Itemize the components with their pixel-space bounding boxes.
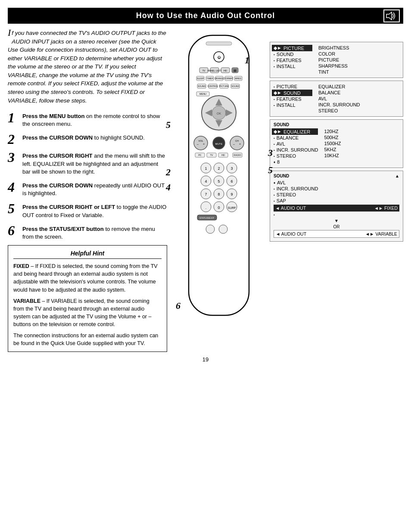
hint-connection: The connection instructions for an exter… <box>13 332 162 347</box>
menu1-item-sound: • SOUND <box>274 51 312 57</box>
step-4-number: 4 <box>8 180 19 194</box>
step-5: 5 Press the CURSOR RIGHT or LEFT to togg… <box>8 202 167 219</box>
svg-point-84 <box>206 225 215 233</box>
menu1-item-install: • INSTALL <box>274 63 312 69</box>
steps-container: 1 Press the MENU button on the remote co… <box>8 111 167 241</box>
step-5-bold: Press the CURSOR RIGHT or LEFT <box>22 204 115 210</box>
menu4-audioout-var-label: ◄ AUDIO OUT <box>276 231 306 236</box>
menu3-left: ◆► EQUALIZER • BALANCE • AVL <box>274 128 318 165</box>
step-1-bold: Press the MENU button <box>22 113 84 119</box>
svg-text:HD: HD <box>221 154 225 156</box>
step-2-number: 2 <box>8 132 19 146</box>
svg-text:TIMER: TIMER <box>206 77 213 80</box>
step-3: 3 Press the CURSOR RIGHT and the menu wi… <box>8 150 167 176</box>
menu4-bullet-sap: • <box>274 199 275 203</box>
menu2-right-avl: AVL <box>318 96 399 102</box>
svg-rect-2 <box>206 42 232 45</box>
svg-text:SLEEP: SLEEP <box>197 77 204 80</box>
svg-text:.: . <box>206 205 207 210</box>
menu3-item-equalizer: ◆► EQUALIZER <box>272 128 318 135</box>
menu-panel-2: • PICTURE ◆► SOUND • FEATURES <box>270 81 403 117</box>
menu1-inner: ◆► PICTURE • SOUND • FEATURES <box>274 45 399 75</box>
svg-text:HD: HD <box>224 69 227 72</box>
menu1-right-picture: PICTURE <box>318 57 399 63</box>
menu3-right-10khz: 10KHZ <box>324 152 399 159</box>
svg-text:9: 9 <box>230 192 233 196</box>
menu2-arrow-sound: ◆► <box>274 90 282 96</box>
svg-text:+: + <box>239 143 241 146</box>
svg-text:⬛: ⬛ <box>234 69 237 72</box>
menu4-item-sap: • SAP <box>274 198 399 204</box>
menu2-inner: • PICTURE ◆► SOUND • FEATURES <box>274 84 399 114</box>
menu3-title: SOUND <box>274 122 399 127</box>
svg-text:PANEL LEFT: PANEL LEFT <box>208 69 222 72</box>
step-5-number: 5 <box>8 202 19 215</box>
menu3-right-1500hz: 1500HZ <box>324 140 399 146</box>
menu2-label-picture: PICTURE <box>277 84 297 89</box>
svg-text:CH: CH <box>235 140 239 142</box>
svg-point-85 <box>219 225 227 233</box>
menu3-label-avl: AVL <box>277 141 285 146</box>
audio-icon <box>383 9 400 22</box>
menu3-label-surround: INCR. SURROUND <box>277 147 318 152</box>
menu3-label-stereo: STEREO <box>277 153 296 159</box>
page-title: How to Use the Audio Out Control <box>136 11 275 20</box>
svg-text:TV: TV <box>202 69 205 72</box>
menu4-label-stereo: STEREO <box>277 192 296 197</box>
svg-text:7: 7 <box>205 192 207 196</box>
menu3-bullet-surround: • <box>274 148 275 152</box>
menu1-item-features: • FEATURES <box>274 57 312 63</box>
speaker-icon <box>386 11 398 21</box>
page-header: How to Use the Audio Out Control <box>8 8 403 24</box>
menu4-title-row: SOUND ▲ <box>274 174 399 178</box>
menu4-item-surround: • INCR. SURROUND <box>274 186 399 192</box>
menu4-or-label: OR <box>274 224 399 229</box>
menu3-bullet-avl: • <box>274 142 275 146</box>
menu1-bullet-install: • <box>274 65 275 68</box>
menu4-item-dot: • <box>274 212 399 217</box>
step-2: 2 Press the CURSOR DOWN to highlight SOU… <box>8 132 167 146</box>
menu4-audioout-fixed: ◄ AUDIO OUT ◄► FIXED <box>274 205 399 212</box>
svg-text:RADIO: RADIO <box>234 154 241 156</box>
menu-panel-1: ◆► PICTURE • SOUND • FEATURES <box>270 42 403 78</box>
step-4-text: Press the CURSOR DOWN repeatedly until A… <box>22 180 167 197</box>
menu3-right-5khz: 5KHZ <box>324 146 399 152</box>
step-3-number: 3 <box>8 150 19 164</box>
menu3-item-avl: • AVL <box>274 141 318 147</box>
svg-text:OK: OK <box>217 112 221 115</box>
hint-variable: VARIABLE – If VARIABLE is selected, the … <box>13 297 162 329</box>
step-4-bold: Press the CURSOR DOWN <box>22 182 93 189</box>
menu3-item-8: ♦ 8 <box>274 159 318 165</box>
menu3-bullet-balance: • <box>274 136 275 140</box>
svg-point-46 <box>230 136 244 150</box>
menu4-item-avl: ♦ AVL <box>274 180 399 186</box>
step-5-text: Press the CURSOR RIGHT or LEFT to toggle… <box>22 202 167 219</box>
menu1-right: BRIGHTNESS COLOR PICTURE SHARPNESS TINT <box>318 45 399 75</box>
step-6: 6 Press the STATUS/EXIT button to remove… <box>8 224 167 241</box>
italic-letter: I <box>8 28 11 37</box>
menu1-right-color: COLOR <box>318 51 399 57</box>
menu3-right-120hz: 120HZ <box>324 128 399 134</box>
menu1-arrow-picture: ◆► <box>274 45 282 51</box>
left-column: I f you have connected the TV's AUDIO OU… <box>8 29 167 352</box>
menu2-bullet-install: • <box>274 103 275 107</box>
hint-title: Helpful Hint <box>13 250 162 259</box>
menu3-arrow-eq: ◆► <box>274 129 282 134</box>
menu4-bullet-avl: ♦ <box>274 181 275 185</box>
menu1-right-sharpness: SHARPNESS <box>318 63 399 69</box>
menu4-audioout-label: ◄ AUDIO OUT <box>275 205 306 211</box>
svg-text:SOUND: SOUND <box>231 85 239 87</box>
right-column: 1 5 2 4 3 5 6 <box>171 29 403 352</box>
step-3-text: Press the CURSOR RIGHT and the menu will… <box>22 150 167 176</box>
menu2-right-surround: INCR. SURROUND <box>318 102 399 108</box>
svg-text:TV: TV <box>210 154 213 156</box>
menu2-item-picture: • PICTURE <box>274 84 312 90</box>
menu2-bullet-features: • <box>274 97 275 101</box>
svg-point-40 <box>194 136 208 150</box>
menu2-label-install: INSTALL <box>277 103 296 108</box>
remote-step-label-1: 1 <box>245 55 249 66</box>
menu4-fixed-value: ◄► FIXED <box>374 205 398 211</box>
svg-text:8: 8 <box>218 192 220 196</box>
svg-text:FORMAT: FORMAT <box>224 77 234 80</box>
menu2-left: • PICTURE ◆► SOUND • FEATURES <box>274 84 312 114</box>
